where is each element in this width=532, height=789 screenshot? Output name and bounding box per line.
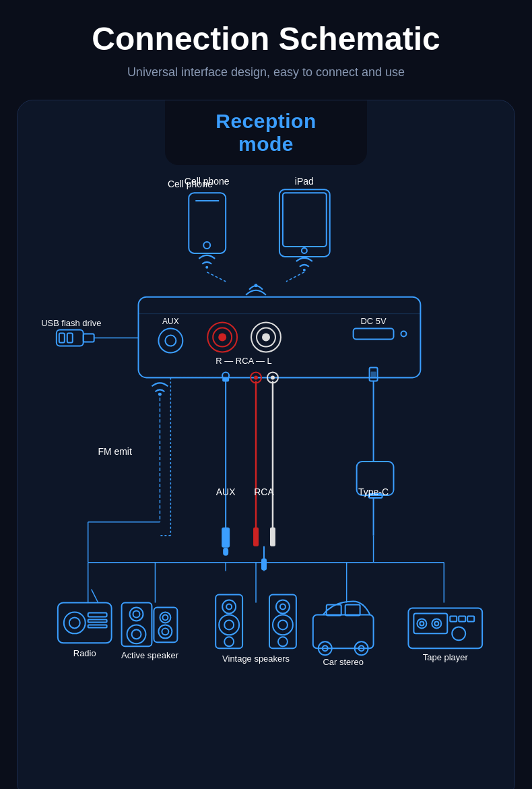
svg-rect-109 bbox=[345, 604, 360, 615]
svg-point-2 bbox=[203, 242, 210, 249]
aux-cable bbox=[222, 372, 230, 555]
svg-point-99 bbox=[273, 614, 293, 635]
svg-rect-52 bbox=[270, 528, 275, 546]
svg-point-98 bbox=[280, 604, 286, 609]
svg-text:AUX: AUX bbox=[162, 317, 179, 326]
svg-point-80 bbox=[130, 607, 143, 621]
svg-rect-10 bbox=[139, 297, 421, 378]
svg-rect-58 bbox=[371, 371, 376, 378]
page-title: Connection Schematic bbox=[92, 20, 440, 57]
svg-point-115 bbox=[432, 619, 441, 628]
svg-point-120 bbox=[452, 627, 465, 640]
svg-rect-30 bbox=[59, 334, 65, 343]
svg-point-20 bbox=[262, 334, 270, 342]
svg-text:iPad: iPad bbox=[295, 176, 314, 187]
svg-point-17 bbox=[218, 334, 226, 342]
svg-point-24 bbox=[401, 332, 406, 337]
diagram-area: .blue { fill: none; stroke: #3b9eff; str… bbox=[18, 172, 514, 778]
svg-point-72 bbox=[64, 612, 86, 633]
svg-point-93 bbox=[219, 614, 239, 635]
usb-flash-drive-icon bbox=[57, 330, 139, 346]
svg-rect-31 bbox=[67, 334, 73, 343]
tape-player-icon: Tape player bbox=[408, 608, 482, 662]
svg-text:Active speaker: Active speaker bbox=[121, 650, 179, 660]
svg-rect-5 bbox=[283, 193, 327, 247]
svg-rect-74 bbox=[88, 612, 107, 617]
svg-text:AUX: AUX bbox=[216, 486, 236, 497]
svg-text:DC 5V: DC 5V bbox=[360, 316, 387, 326]
svg-point-92 bbox=[226, 604, 232, 609]
svg-point-88 bbox=[162, 628, 168, 635]
svg-point-91 bbox=[222, 600, 236, 613]
svg-point-13 bbox=[158, 329, 182, 353]
vintage-speakers-icon: Vintage speakers bbox=[215, 595, 296, 664]
svg-rect-28 bbox=[57, 330, 84, 346]
svg-text:Cell phone: Cell phone bbox=[185, 176, 230, 187]
svg-point-100 bbox=[278, 620, 288, 629]
svg-point-47 bbox=[254, 375, 258, 379]
reception-mode-banner: Reception mode bbox=[165, 100, 367, 165]
svg-text:Vintage speakers: Vintage speakers bbox=[222, 654, 290, 664]
svg-point-51 bbox=[271, 375, 275, 379]
svg-text:FM emit: FM emit bbox=[98, 446, 132, 457]
reception-mode-text: Reception mode bbox=[215, 110, 317, 155]
radio-icon: Radio bbox=[58, 590, 112, 659]
svg-point-14 bbox=[165, 336, 176, 346]
svg-point-113 bbox=[417, 619, 426, 628]
svg-point-94 bbox=[224, 620, 234, 629]
type-c-cable bbox=[357, 367, 394, 535]
svg-text:Tape player: Tape player bbox=[423, 652, 469, 662]
cell-phone-icon bbox=[189, 193, 226, 269]
svg-text:RCA: RCA bbox=[254, 486, 274, 497]
svg-rect-76 bbox=[88, 625, 107, 627]
svg-rect-119 bbox=[467, 616, 474, 621]
svg-point-97 bbox=[276, 600, 290, 613]
svg-point-25 bbox=[255, 284, 258, 287]
svg-text:Car stereo: Car stereo bbox=[323, 657, 363, 667]
svg-point-6 bbox=[302, 248, 307, 253]
svg-line-77 bbox=[92, 590, 98, 603]
svg-point-95 bbox=[224, 637, 234, 646]
svg-rect-23 bbox=[354, 329, 394, 340]
svg-point-7 bbox=[303, 269, 306, 272]
svg-rect-117 bbox=[450, 616, 457, 621]
svg-point-114 bbox=[420, 621, 424, 625]
svg-point-86 bbox=[162, 614, 168, 620]
svg-rect-118 bbox=[459, 616, 465, 621]
rca-cables bbox=[251, 372, 278, 570]
fm-emit-signal bbox=[152, 383, 168, 396]
svg-rect-42 bbox=[222, 528, 230, 548]
svg-point-85 bbox=[160, 612, 170, 623]
svg-point-87 bbox=[158, 625, 172, 638]
svg-point-82 bbox=[127, 625, 146, 643]
svg-line-27 bbox=[286, 272, 304, 282]
active-speaker-icon: Active speaker bbox=[121, 602, 179, 660]
svg-rect-29 bbox=[84, 334, 94, 342]
svg-rect-112 bbox=[413, 613, 447, 633]
svg-rect-75 bbox=[88, 619, 107, 622]
svg-rect-103 bbox=[313, 614, 374, 648]
svg-rect-43 bbox=[223, 548, 228, 556]
ipad-icon bbox=[279, 189, 330, 272]
schematic-box: Reception mode .blue { fill: none; strok… bbox=[17, 100, 515, 789]
svg-text:R — RCA — L: R — RCA — L bbox=[215, 356, 272, 366]
svg-text:USB flash drive: USB flash drive bbox=[41, 318, 101, 328]
svg-point-73 bbox=[69, 617, 80, 628]
page-subtitle: Universal interface design, easy to conn… bbox=[127, 65, 405, 80]
main-device: AUX R — RCA — L DC 5V bbox=[139, 297, 421, 378]
svg-point-34 bbox=[158, 393, 162, 396]
svg-point-101 bbox=[278, 637, 288, 646]
svg-rect-48 bbox=[253, 528, 259, 546]
svg-point-83 bbox=[132, 629, 141, 639]
svg-rect-0 bbox=[189, 193, 226, 253]
diagram-svg: .blue { fill: none; stroke: #3b9eff; str… bbox=[18, 172, 514, 778]
svg-point-116 bbox=[434, 621, 438, 625]
svg-text:Type-C: Type-C bbox=[358, 486, 389, 497]
svg-text:Radio: Radio bbox=[73, 648, 96, 658]
svg-point-3 bbox=[205, 266, 208, 269]
svg-line-26 bbox=[207, 272, 226, 282]
car-stereo-icon: Car stereo bbox=[313, 601, 374, 667]
svg-point-81 bbox=[133, 610, 140, 617]
